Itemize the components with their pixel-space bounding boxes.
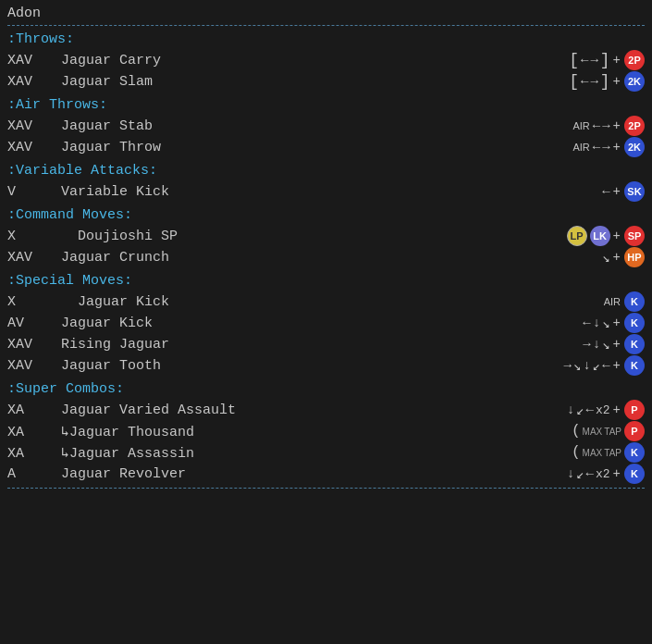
move-inputs: ( MAX TAP P (572, 421, 645, 441)
move-inputs: AIR ← → + 2P (572, 116, 645, 136)
air-throws-header: :Air Throws: (7, 97, 645, 113)
section-variable-attacks: :Variable Attacks: V Variable Kick ← + S… (7, 163, 645, 202)
move-name: A Jaguar Revolver (7, 466, 567, 482)
table-row: XA Jaguar Varied Assault ↓ ↙ ← x2 + P (7, 400, 645, 420)
table-row: XAV Jaguar Throw AIR ← → + 2K (7, 137, 645, 157)
move-name: XAV Jaguar Throw (7, 140, 572, 155)
move-version: AV (7, 316, 44, 331)
move-inputs: → ↘ ↓ ↙ ← + K (564, 355, 646, 376)
move-version: XAV (7, 74, 44, 90)
table-row: X Jaguar Kick AIR K (7, 291, 645, 312)
throws-header: :Throws: (7, 31, 645, 47)
move-name: XAV Jaguar Carry (7, 53, 569, 68)
move-version: X (7, 294, 44, 310)
table-row: XA ↳Jaguar Assassin ( MAX TAP K (7, 442, 645, 463)
move-name: XA ↳Jaguar Thousand (7, 423, 572, 440)
move-version: XAV (7, 250, 44, 266)
special-moves-header: :Special Moves: (7, 273, 645, 289)
move-name: XAV Jaguar Slam (7, 74, 569, 90)
move-inputs: AIR ← → + 2K (572, 137, 645, 157)
move-version: A (7, 466, 44, 482)
command-moves-header: :Command Moves: (7, 207, 645, 223)
move-version: XAV (7, 358, 44, 374)
move-version: XA (7, 402, 44, 418)
move-name: AV Jaguar Kick (7, 316, 583, 331)
table-row: X Doujioshi SP LP LK + SP (7, 226, 645, 246)
move-inputs: ← ↓ ↘ + K (583, 313, 645, 333)
badge-k: K (624, 355, 645, 376)
table-row: XAV Jaguar Tooth → ↘ ↓ ↙ ← + K (7, 355, 645, 376)
table-row: XA ↳Jaguar Thousand ( MAX TAP P (7, 421, 645, 441)
badge-sk: SK (624, 181, 645, 202)
move-inputs: ↓ ↙ ← x2 + K (567, 464, 645, 484)
move-version: XAV (7, 118, 44, 134)
variable-attacks-header: :Variable Attacks: (7, 163, 645, 179)
move-version: XAV (7, 140, 44, 155)
move-version: X (7, 229, 44, 244)
badge-lk: LK (590, 226, 610, 246)
table-row: XAV Jaguar Crunch ↘ + HP (7, 247, 645, 267)
move-name: XAV Jaguar Stab (7, 118, 572, 134)
move-name: XA ↳Jaguar Assassin (7, 444, 572, 462)
move-name: XAV Jaguar Tooth (7, 358, 564, 374)
badge-k: K (624, 442, 645, 463)
badge-2p: 2P (624, 50, 645, 70)
badge-2k: 2K (624, 137, 645, 157)
table-row: V Variable Kick ← + SK (7, 181, 645, 202)
badge-lp: LP (567, 226, 587, 246)
move-name: V Variable Kick (7, 184, 602, 200)
move-version: XA (7, 425, 44, 440)
section-special-moves: :Special Moves: X Jaguar Kick AIR K AV J… (7, 273, 645, 376)
move-name: XAV Rising Jaguar (7, 337, 583, 353)
move-version: XAV (7, 337, 44, 353)
section-throws: :Throws: XAV Jaguar Carry [ ← → ] + 2P X… (7, 31, 645, 92)
badge-sp: SP (624, 226, 645, 246)
move-version: V (7, 184, 44, 200)
move-name: XA Jaguar Varied Assault (7, 402, 567, 418)
move-version: XA (7, 446, 44, 462)
table-row: A Jaguar Revolver ↓ ↙ ← x2 + K (7, 464, 645, 484)
table-row: XAV Jaguar Slam [ ← → ] + 2K (7, 71, 645, 92)
move-name: XAV Jaguar Crunch (7, 250, 602, 266)
badge-hp: HP (624, 247, 645, 267)
badge-k: K (624, 464, 645, 484)
super-combos-header: :Super Combos: (7, 381, 645, 397)
move-inputs: ↘ + HP (602, 247, 645, 267)
section-air-throws: :Air Throws: XAV Jaguar Stab AIR ← → + 2… (7, 97, 645, 157)
move-name: X Doujioshi SP (7, 229, 566, 244)
move-inputs: [ ← → ] + 2K (569, 71, 645, 92)
move-inputs: [ ← → ] + 2P (569, 50, 645, 70)
badge-k: K (624, 291, 645, 312)
table-row: AV Jaguar Kick ← ↓ ↘ + K (7, 313, 645, 333)
bottom-divider (7, 488, 645, 489)
section-command-moves: :Command Moves: X Doujioshi SP LP LK + S… (7, 207, 645, 267)
section-super-combos: :Super Combos: XA Jaguar Varied Assault … (7, 381, 645, 484)
move-version: XAV (7, 53, 44, 68)
badge-p: P (624, 421, 645, 441)
top-divider (7, 25, 645, 26)
move-inputs: LP LK + SP (566, 226, 645, 246)
badge-2k: 2K (624, 71, 645, 92)
title: Adon (7, 6, 645, 21)
move-inputs: AIR K (604, 291, 645, 312)
table-row: XAV Jaguar Stab AIR ← → + 2P (7, 116, 645, 136)
move-inputs: → ↓ ↘ + K (583, 334, 645, 354)
badge-p: P (624, 400, 645, 420)
move-inputs: ( MAX TAP K (572, 442, 645, 463)
badge-2p: 2P (624, 116, 645, 136)
move-inputs: ↓ ↙ ← x2 + P (567, 400, 645, 420)
table-row: XAV Rising Jaguar → ↓ ↘ + K (7, 334, 645, 354)
table-row: XAV Jaguar Carry [ ← → ] + 2P (7, 50, 645, 70)
move-name: X Jaguar Kick (7, 294, 604, 310)
move-inputs: ← + SK (602, 181, 645, 202)
badge-k: K (624, 313, 645, 333)
badge-k: K (624, 334, 645, 354)
